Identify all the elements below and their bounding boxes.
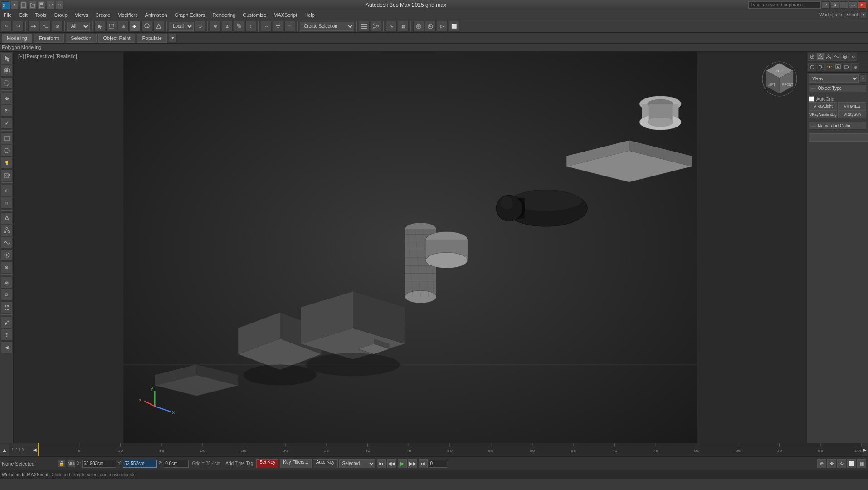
render-scene-btn[interactable] [425, 21, 436, 32]
viewport-pan-btn[interactable]: ✥ [827, 459, 836, 468]
open-btn[interactable] [29, 1, 36, 9]
timeline-bar[interactable]: 0 5 10 15 20 25 30 35 40 45 50 55 60 [38, 443, 862, 456]
next-frame-btn[interactable]: ▶▶ [408, 459, 417, 468]
z-coord-input[interactable] [164, 460, 189, 468]
snap-toggle-btn[interactable]: ⊕ [210, 21, 221, 32]
panel-tab-motion[interactable] [833, 53, 841, 61]
panel-tab-modify[interactable] [816, 53, 824, 61]
panel-tab-display[interactable] [841, 53, 849, 61]
go-to-end-btn[interactable]: ⏭ [419, 459, 428, 468]
bind-space-warp-btn[interactable]: ⊗ [52, 21, 63, 32]
autogrid-checkbox[interactable] [809, 96, 814, 102]
save-btn[interactable] [38, 1, 45, 9]
tab-populate[interactable]: Populate [137, 34, 166, 43]
left-lights-btn[interactable] [1, 157, 13, 169]
left-rotate-btn[interactable]: ↻ [1, 105, 13, 117]
renderer-dropdown[interactable]: VRay [809, 74, 859, 83]
render-frame-btn[interactable]: ⬜ [449, 21, 459, 32]
menu-help[interactable]: Help [301, 10, 318, 20]
left-select-btn[interactable] [1, 53, 13, 64]
go-to-start-btn[interactable]: ⏮ [377, 459, 386, 468]
panel-icon-light[interactable] [825, 63, 834, 71]
use-pivot-btn[interactable]: ⊙ [195, 21, 205, 32]
vray-sun-btn[interactable]: VRaySun [838, 110, 866, 118]
redo-btn[interactable]: ↪ [56, 1, 63, 9]
menu-file[interactable]: File [0, 10, 15, 20]
panel-tab-utilities[interactable]: ⚙ [849, 53, 857, 61]
tab-freeform[interactable]: Freeform [34, 34, 64, 43]
add-time-tag-btn[interactable]: Add Time Tag [224, 461, 255, 466]
left-modify-btn[interactable] [1, 212, 13, 224]
panel-tab-hierarchy[interactable] [824, 53, 833, 61]
align-btn[interactable] [273, 21, 283, 32]
select-region-btn[interactable] [106, 21, 117, 32]
left-create-shapes-btn[interactable] [1, 145, 13, 157]
left-hierarchy-btn[interactable] [1, 225, 13, 236]
menu-group[interactable]: Group [50, 10, 71, 20]
left-lasso-btn[interactable] [1, 77, 13, 89]
new-btn[interactable] [20, 1, 27, 9]
left-crowd-btn[interactable] [1, 301, 13, 313]
close-btn[interactable]: ✕ [858, 1, 866, 9]
key-filters-btn[interactable]: Key Filters... [280, 459, 312, 468]
viewport-orbit-btn[interactable]: ↻ [837, 459, 846, 468]
unlink-btn[interactable] [40, 21, 51, 32]
left-paint-sel-btn[interactable] [1, 65, 13, 77]
menu-graph-editors[interactable]: Graph Editors [171, 10, 209, 20]
lock-selection-btn[interactable]: 🔒 [58, 460, 66, 468]
left-arrow-btn[interactable]: ◀ [1, 341, 13, 353]
left-utilities-btn[interactable]: ⚙ [1, 261, 13, 273]
left-time-btn[interactable]: ⏱ [1, 329, 13, 341]
left-create-geometry-btn[interactable] [1, 132, 13, 144]
auto-key-btn[interactable]: Auto Key [313, 459, 338, 468]
panel-icon-settings[interactable]: ⚙ [851, 63, 859, 71]
left-display-btn[interactable] [1, 249, 13, 261]
viewport-mode-btn[interactable]: ▦ [857, 459, 866, 468]
left-scale-btn[interactable]: ⤢ [1, 117, 13, 129]
redo-toolbar-btn[interactable]: ↪ [13, 21, 24, 32]
window-crossing-btn[interactable]: ⊞ [118, 21, 129, 32]
timeline-next-arrow[interactable]: ▶ [862, 444, 868, 456]
app-icon[interactable]: 3 [2, 1, 9, 9]
curve-editor-btn[interactable]: ∿ [386, 21, 397, 32]
mirror-btn[interactable]: ↔ [261, 21, 272, 32]
search-input[interactable] [748, 1, 821, 9]
workspace-dropdown-btn[interactable]: ▼ [861, 11, 866, 19]
vray-ambient-btn[interactable]: VRayAmbientLig [809, 110, 837, 118]
schematic-view-btn[interactable] [371, 21, 381, 32]
left-motion-btn[interactable] [1, 237, 13, 249]
absolute-mode-btn[interactable]: ABS [67, 460, 75, 468]
select-rotate-btn[interactable] [141, 21, 152, 32]
select-scale-btn[interactable] [153, 21, 164, 32]
object-name-input[interactable] [809, 133, 868, 142]
tab-modeling[interactable]: Modeling [2, 34, 32, 43]
quick-access-btn[interactable]: ▼ [11, 1, 18, 9]
panel-icon-camera[interactable] [843, 63, 851, 71]
left-spacewarps-btn[interactable]: ≋ [1, 197, 13, 209]
left-move-btn[interactable]: ✥ [1, 93, 13, 104]
set-key-btn[interactable]: Set Key [256, 459, 278, 468]
menu-customize[interactable]: Customize [239, 10, 270, 20]
restore-btn[interactable]: ▭ [849, 1, 857, 9]
prev-frame-btn[interactable]: ◀◀ [387, 459, 396, 468]
frame-number-input[interactable] [429, 460, 447, 468]
menu-animation[interactable]: Animation [141, 10, 171, 20]
timeline-prev-arrow[interactable]: ◀ [32, 444, 38, 456]
menu-modifiers[interactable]: Modifiers [114, 10, 141, 20]
left-reactor-btn[interactable]: ⧉ [1, 289, 13, 301]
minimize-btn[interactable]: — [840, 1, 848, 9]
navigation-cube[interactable]: TOP LEFT FRONT [761, 61, 798, 97]
viewport[interactable]: [+] [Perspective] [Realistic] [14, 52, 807, 443]
left-helpers-btn[interactable]: ⊕ [1, 185, 13, 196]
coord-system-dropdown[interactable]: Local [169, 22, 194, 31]
menu-rendering[interactable]: Rendering [209, 10, 239, 20]
y-coord-input[interactable] [123, 460, 157, 468]
play-btn[interactable]: ▶ [398, 459, 407, 468]
menu-edit[interactable]: Edit [15, 10, 31, 20]
left-manipulate-btn[interactable]: ⊗ [1, 277, 13, 289]
named-selection-dropdown[interactable]: Create Selection [300, 22, 354, 31]
angle-snap-btn[interactable]: ∡ [222, 21, 233, 32]
vray-light-btn[interactable]: VRayLight [809, 102, 837, 110]
quick-align-btn[interactable]: ≡ [284, 21, 295, 32]
viewport-maximize-btn[interactable]: ⬜ [847, 459, 856, 468]
